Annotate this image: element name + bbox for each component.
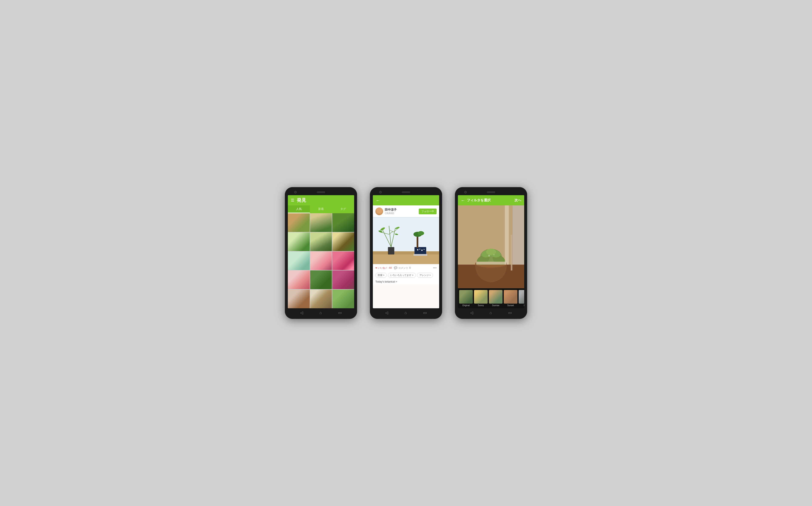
filter-sunrise[interactable]: Sunrise [489,290,503,307]
grid-cell-11[interactable] [310,270,332,289]
grid-cell-9[interactable] [332,252,354,270]
user-info: 田中涼子 ◎5月6日 [385,208,417,215]
tab-tags[interactable]: タグ [332,205,354,213]
home-button-3[interactable]: ⌂ [489,311,492,315]
grid-cell-5[interactable] [310,232,332,251]
home-button-2[interactable]: ⌂ [404,311,407,315]
back-button-1[interactable]: ◁ [300,311,303,315]
filter-screen: Original Sunny Sunrise Sunset H... [458,205,524,308]
nav-bar-2: ◁ ⌂ ▭ [373,308,439,316]
next-button[interactable]: 次へ [515,198,521,202]
filter-sunrise-img [489,290,503,304]
svg-point-23 [421,250,423,251]
front-camera-2 [379,191,382,193]
back-icon[interactable]: ← [376,198,380,203]
filter-sunny[interactable]: Sunny [474,290,487,307]
recent-button-3[interactable]: ▭ [508,311,512,315]
menu-icon[interactable]: ☰ [291,198,294,202]
filter-title: フィルタを選択 [467,198,515,202]
screen-2: ← 田中涼子 ◎5月6日 フォロー中 [373,195,439,308]
filter-sunset[interactable]: Sunset [504,290,517,307]
screen-3: ← フィルタを選択 次へ [458,195,524,308]
discovery-header: ☰ 発見 [288,195,354,205]
grid-cell-12[interactable] [332,270,354,289]
filter-h-label: H... [524,304,524,307]
filter-thumbnails: Original Sunny Sunrise Sunset H... [458,288,524,308]
tags-row: 部屋 > いろいろ入ってます > アレンジ > [373,271,439,279]
post-image [373,217,439,264]
filter-sunrise-label: Sunrise [492,304,499,307]
filter-header: ← フィルタを選択 次へ [458,195,524,205]
post-actions: ♥ いいね！ 44 💬 コメント 0 ••• [373,264,439,271]
filter-original-img [459,290,473,304]
grid-cell-8[interactable] [310,252,332,270]
filter-original-label: Original [462,304,469,307]
grid-cell-1[interactable] [288,213,310,232]
grid-cell-3[interactable] [332,213,354,232]
filter-sunny-img [474,290,487,304]
like-button[interactable]: ♥ いいね！ 44 [375,266,391,270]
svg-rect-3 [373,251,439,254]
svg-rect-2 [373,253,439,264]
comment-count: 0 [409,266,411,269]
svg-rect-18 [417,235,418,248]
grid-cell-10[interactable] [288,270,310,289]
detail-header: ← [373,195,439,205]
grid-cell-13[interactable] [288,289,310,308]
discovery-title: 発見 [297,197,306,203]
grid-cell-6[interactable] [332,232,354,251]
post-date: ◎5月6日 [385,212,417,215]
grid-cell-15[interactable] [332,289,354,308]
back-button-2[interactable]: ◁ [385,311,388,315]
phone-3: ← フィルタを選択 次へ [455,187,527,319]
phone-top-bar-3 [458,190,524,195]
tag-room[interactable]: 部屋 > [375,273,387,278]
nav-bar-1: ◁ ⌂ ▭ [288,308,354,316]
tab-new[interactable]: 新着 [310,205,332,213]
botanical-link[interactable]: Today's botanical > [373,279,439,284]
avatar [375,207,383,215]
plant-grid [288,213,354,308]
tab-popular[interactable]: 人気 [288,205,310,213]
svg-point-24 [424,249,425,250]
phone-2: ← 田中涼子 ◎5月6日 フォロー中 [370,187,442,319]
heart-icon: ♥ [375,266,377,269]
more-button[interactable]: ••• [433,266,437,270]
comment-label: コメント [398,266,408,270]
grid-cell-4[interactable] [288,232,310,251]
back-button-3[interactable]: ◁ [470,311,473,315]
filter-preview [458,205,524,288]
screen-1: ☰ 発見 人気 新着 タグ [288,195,354,308]
filter-sunny-label: Sunny [478,304,484,307]
filter-original[interactable]: Original [459,290,473,307]
filter-back-icon[interactable]: ← [461,198,465,203]
grid-cell-14[interactable] [310,289,332,308]
post-header: 田中涼子 ◎5月6日 フォロー中 [373,205,439,217]
like-label: いいね！ [378,266,388,270]
filter-sunset-label: Sunset [507,304,514,307]
tag-arrange[interactable]: アレンジ > [417,273,433,278]
follow-button[interactable]: フォロー中 [419,208,437,214]
svg-point-21 [417,249,418,250]
tag-variety[interactable]: いろいろ入ってます > [388,273,416,278]
svg-point-22 [420,249,420,250]
filter-h-img [519,290,524,304]
detail-screen: 田中涼子 ◎5月6日 フォロー中 [373,205,439,308]
svg-point-20 [418,231,424,235]
grid-cell-7[interactable] [288,252,310,270]
home-button-1[interactable]: ⌂ [320,311,322,315]
filter-sunset-img [504,290,517,304]
speaker-1 [317,191,325,193]
recent-button-1[interactable]: ▭ [338,311,342,315]
svg-rect-4 [388,247,394,254]
filter-h[interactable]: H... [519,290,524,307]
phone-1: ☰ 発見 人気 新着 タグ ◁ ⌂ [285,187,357,319]
recent-button-2[interactable]: ▭ [423,311,427,315]
svg-rect-41 [458,205,524,288]
front-camera-3 [464,191,467,193]
nav-bar-3: ◁ ⌂ ▭ [458,308,524,316]
comment-button[interactable]: 💬 コメント 0 [394,266,411,270]
like-count: 44 [389,266,391,269]
grid-cell-2[interactable] [310,213,332,232]
username: 田中涼子 [385,208,417,212]
